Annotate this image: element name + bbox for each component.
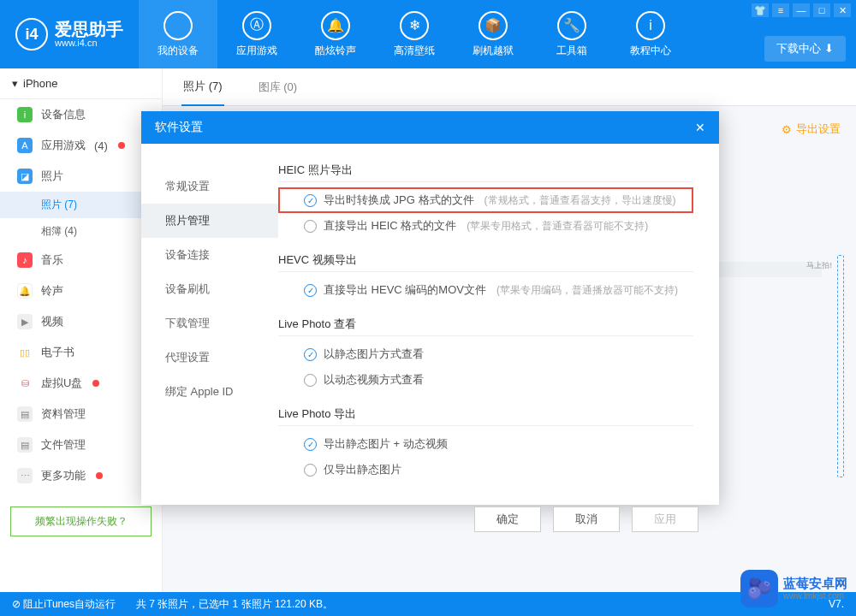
chevron-down-icon: ▾ (12, 77, 18, 90)
apps-icon: Ⓐ (242, 11, 271, 40)
radio-icon (304, 284, 317, 297)
sidebar-item-udisk[interactable]: ⛁虚拟U盘 (0, 368, 162, 399)
photo-icon: ◪ (17, 169, 33, 184)
dialog-close-button[interactable]: ✕ (695, 121, 705, 134)
ok-button[interactable]: 确定 (474, 506, 541, 532)
sidebar-item-apps[interactable]: A应用游戏(4) (0, 130, 162, 161)
help-link[interactable]: 频繁出现操作失败？ (10, 506, 152, 536)
radio-icon (304, 220, 317, 233)
menu-button[interactable]: ≡ (772, 3, 789, 17)
wallpaper-icon: ❄ (400, 11, 429, 40)
nav-toolbox[interactable]: 🔧工具箱 (532, 0, 611, 68)
tab-gallery[interactable]: 图库 (0) (259, 80, 298, 95)
more-icon: ⋯ (17, 468, 33, 483)
cat-photo[interactable]: 照片管理 (141, 204, 278, 238)
opt-view-dynamic[interactable]: 以动态视频方式查看 (278, 367, 693, 393)
nav-ringtones[interactable]: 🔔酷炫铃声 (296, 0, 375, 68)
section-livephoto-export: Live Photo 导出 导出静态图片 + 动态视频 仅导出静态图片 (278, 406, 693, 483)
sidebar-item-more[interactable]: ⋯更多功能 (0, 460, 162, 491)
sidebar-item-ebooks[interactable]: ▯▯电子书 (0, 337, 162, 368)
watermark-text: 蓝莓安卓网 (783, 577, 847, 591)
section-title: HEIC 照片导出 (278, 163, 693, 182)
sidebar-sub-photos[interactable]: 照片 (7) (0, 192, 162, 218)
sidebar: ▾iPhone i设备信息 A应用游戏(4) ◪照片 照片 (7) 相簿 (4)… (0, 68, 163, 592)
bell-icon: 🔔 (17, 283, 33, 299)
radio-icon (304, 374, 317, 387)
settings-categories: 常规设置 照片管理 设备连接 设备刷机 下载管理 代理设置 绑定 Apple I… (141, 144, 278, 506)
sidebar-sub-albums[interactable]: 相簿 (4) (0, 218, 162, 245)
opt-hevc-direct[interactable]: 直接导出 HEVC 编码的MOV文件(苹果专用编码，普通播放器可能不支持) (278, 277, 693, 303)
sidebar-item-videos[interactable]: ▶视频 (0, 306, 162, 337)
radio-icon (304, 348, 317, 361)
radio-icon (304, 194, 317, 207)
download-center-button[interactable]: 下载中心 ⬇ (764, 36, 846, 62)
cat-flash[interactable]: 设备刷机 (141, 272, 278, 306)
device-selector[interactable]: ▾iPhone (0, 68, 162, 99)
close-button[interactable]: ✕ (834, 3, 851, 17)
dialog-body: 常规设置 照片管理 设备连接 设备刷机 下载管理 代理设置 绑定 Apple I… (141, 144, 719, 506)
section-heic-export: HEIC 照片导出 导出时转换成 JPG 格式的文件(常规格式，普通查看器支持，… (278, 163, 693, 239)
files-icon: ▤ (17, 437, 33, 453)
nav-apps[interactable]: Ⓐ应用游戏 (217, 0, 296, 68)
apply-button[interactable]: 应用 (632, 506, 698, 532)
badge-dot-icon (92, 380, 99, 387)
apple-icon (163, 11, 193, 40)
sidebar-item-files[interactable]: ▤文件管理 (0, 429, 162, 460)
opt-heic-to-jpg[interactable]: 导出时转换成 JPG 格式的文件(常规格式，普通查看器支持，导出速度慢) (278, 187, 693, 213)
cat-connection[interactable]: 设备连接 (141, 238, 278, 272)
status-bar: ⊘ 阻止iTunes自动运行 共 7 张照片，已选中 1 张照片 121.20 … (0, 592, 856, 616)
video-icon: ▶ (17, 314, 33, 329)
selection-info: 共 7 张照片，已选中 1 张照片 121.20 KB。 (136, 597, 333, 612)
nav-tutorials[interactable]: i教程中心 (611, 0, 690, 68)
opt-heic-direct[interactable]: 直接导出 HEIC 格式的文件(苹果专用格式，普通查看器可能不支持) (278, 213, 693, 239)
watermark: 🫐 蓝莓安卓网 www.lmkjst.com (740, 570, 847, 607)
opt-view-static[interactable]: 以静态图片方式查看 (278, 341, 693, 367)
data-icon: ▤ (17, 406, 33, 422)
nav-my-device[interactable]: 我的设备 (139, 0, 217, 68)
opt-export-static[interactable]: 仅导出静态图片 (278, 457, 693, 483)
box-icon: 📦 (479, 11, 508, 40)
content-tabs: 照片 (7) 图库 (0) (163, 68, 856, 106)
top-nav: 我的设备 Ⓐ应用游戏 🔔酷炫铃声 ❄高清壁纸 📦刷机越狱 🔧工具箱 i教程中心 (139, 0, 690, 68)
badge-dot-icon (96, 472, 103, 479)
nav-wallpapers[interactable]: ❄高清壁纸 (375, 0, 454, 68)
skin-button[interactable]: 👕 (752, 3, 769, 17)
sidebar-item-photos[interactable]: ◪照片 (0, 161, 162, 192)
cancel-button[interactable]: 取消 (553, 506, 620, 532)
blueberry-icon: 🫐 (740, 570, 778, 607)
book-icon: ▯▯ (17, 345, 33, 360)
settings-content: HEIC 照片导出 导出时转换成 JPG 格式的文件(常规格式，普通查看器支持，… (278, 144, 719, 506)
maximize-button[interactable]: □ (813, 3, 830, 17)
timeline-strip[interactable] (837, 255, 844, 477)
cat-appleid[interactable]: 绑定 Apple ID (141, 375, 278, 409)
tools-icon: 🔧 (557, 11, 586, 40)
cat-proxy[interactable]: 代理设置 (141, 341, 278, 375)
dialog-title: 软件设置 (155, 120, 203, 135)
itunes-toggle[interactable]: ⊘ 阻止iTunes自动运行 (12, 597, 116, 612)
section-livephoto-view: Live Photo 查看 以静态图片方式查看 以动态视频方式查看 (278, 317, 693, 393)
music-icon: ♪ (17, 252, 33, 268)
sidebar-item-device-info[interactable]: i设备信息 (0, 99, 162, 130)
minimize-button[interactable]: — (793, 3, 810, 17)
cat-download[interactable]: 下载管理 (141, 306, 278, 341)
sidebar-item-data[interactable]: ▤资料管理 (0, 399, 162, 429)
disk-icon: ⛁ (17, 376, 33, 391)
nav-flash[interactable]: 📦刷机越狱 (454, 0, 532, 68)
dialog-buttons: 确定 取消 应用 (141, 506, 719, 548)
cat-general[interactable]: 常规设置 (141, 169, 278, 204)
info-icon: i (17, 107, 33, 122)
tab-photos[interactable]: 照片 (7) (181, 68, 224, 106)
strip-label: 马上拍! (806, 260, 832, 271)
watermark-url: www.lmkjst.com (783, 591, 847, 601)
app-header: i4 爱思助手 www.i4.cn 我的设备 Ⓐ应用游戏 🔔酷炫铃声 ❄高清壁纸… (0, 0, 856, 68)
opt-export-both[interactable]: 导出静态图片 + 动态视频 (278, 431, 693, 457)
settings-dialog: 软件设置 ✕ 常规设置 照片管理 设备连接 设备刷机 下载管理 代理设置 绑定 … (141, 111, 719, 505)
sidebar-item-music[interactable]: ♪音乐 (0, 245, 162, 275)
apps-icon: A (17, 138, 33, 153)
sidebar-item-ringtones[interactable]: 🔔铃声 (0, 275, 162, 306)
export-settings-button[interactable]: ⚙导出设置 (782, 121, 841, 137)
dialog-titlebar: 软件设置 ✕ (141, 111, 719, 144)
window-controls: 👕 ≡ — □ ✕ (752, 3, 851, 17)
gear-icon: ⚙ (782, 123, 792, 136)
section-title: HEVC 视频导出 (278, 252, 693, 272)
